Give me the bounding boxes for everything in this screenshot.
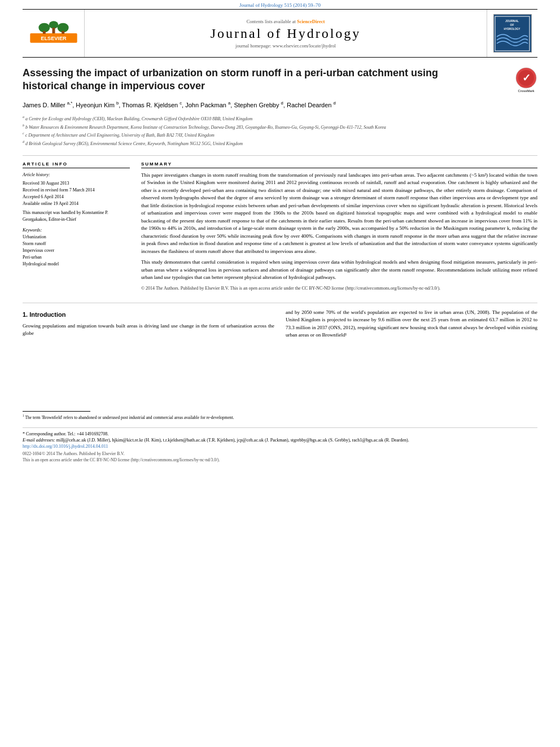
- paper-title: Assessing the impact of urbanization on …: [23, 67, 509, 93]
- email-addresses: E-mail addresses: millj@ceh.ac.uk (J.D. …: [23, 438, 537, 443]
- journal-homepage: journal homepage: www.elsevier.com/locat…: [235, 43, 336, 49]
- affil-a: a a Centre for Ecology and Hydrology (CE…: [23, 115, 537, 123]
- handled-by: This manuscript was handled by Konstanti…: [23, 209, 130, 223]
- introduction-left: 1. Introduction Growing populations and …: [23, 309, 274, 421]
- sciencedirect-label: Contents lists available at ScienceDirec…: [247, 19, 325, 24]
- keyword-2: Storm runoff: [23, 241, 130, 247]
- introduction-right-text: and by 2050 some 70% of the world's popu…: [286, 309, 537, 339]
- doi-link[interactable]: http://dx.doi.org/10.1016/j.jhydrol.2014…: [23, 444, 537, 449]
- svg-text:HYDROLOGY: HYDROLOGY: [504, 28, 520, 30]
- article-history: Article history: Received 30 August 2013…: [23, 172, 130, 223]
- article-info-header: ARTICLE INFO: [23, 161, 130, 168]
- email-label: E-mail addresses:: [23, 438, 55, 443]
- journal-title: Journal of Hydrology: [211, 26, 361, 41]
- article-summary-section: ARTICLE INFO Article history: Received 3…: [23, 161, 537, 295]
- affil-c: c c Department of Architecture and Civil…: [23, 131, 537, 139]
- bottom-bar: * Corresponding author. Tel.: +44 149169…: [23, 427, 537, 464]
- elsevier-logo-icon: ELSEVIER: [28, 19, 79, 47]
- hydrology-logo-container: JOURNAL OF HYDROLOGY: [487, 10, 537, 57]
- svg-text:✓: ✓: [522, 72, 531, 84]
- corresponding-author: * Corresponding author. Tel.: +44 149169…: [23, 431, 537, 436]
- journal-header-center: Contents lists available at ScienceDirec…: [85, 10, 487, 57]
- footnote-text-content: The term 'Brownfield' refers to abandone…: [25, 414, 234, 420]
- page: Journal of Hydrology 515 (2014) 59–70 EL…: [0, 0, 560, 747]
- copyright-text: © 2014 The Authors. Published by Elsevie…: [141, 285, 537, 291]
- journal-citation-text: Journal of Hydrology 515 (2014) 59–70: [239, 2, 321, 8]
- keywords-section: Keywords: Urbanization Storm runoff Impe…: [23, 228, 130, 268]
- journal-header: ELSEVIER Contents lists available at Sci…: [23, 9, 537, 58]
- revised-date: Received in revised form 7 March 2014: [23, 187, 130, 194]
- history-label: Article history:: [23, 172, 130, 178]
- keywords-label: Keywords:: [23, 228, 130, 233]
- journal-citation-bar: Journal of Hydrology 515 (2014) 59–70: [0, 0, 560, 9]
- svg-text:ELSEVIER: ELSEVIER: [41, 36, 67, 41]
- issn-line: 0022-1694/© 2014 The Authors. Published …: [23, 451, 537, 457]
- svg-rect-6: [52, 28, 55, 33]
- main-content: Assessing the impact of urbanization on …: [0, 58, 560, 469]
- accepted-date: Accepted 6 April 2014: [23, 194, 130, 200]
- received-date: Received 30 August 2013: [23, 180, 130, 187]
- elsevier-logo-container: ELSEVIER: [23, 10, 85, 57]
- crossmark-icon[interactable]: ✓ CrossMark CrossMark: [515, 67, 537, 89]
- summary-body: This paper investigates changes in storm…: [141, 172, 537, 291]
- svg-text:CrossMark: CrossMark: [520, 85, 531, 88]
- introduction-section: 1. Introduction Growing populations and …: [23, 309, 537, 421]
- keyword-3: Impervious cover: [23, 247, 130, 254]
- svg-text:OF: OF: [510, 23, 514, 27]
- affil-d: d d British Geological Survey (BGS), Env…: [23, 139, 537, 147]
- available-date: Available online 19 April 2014: [23, 200, 130, 207]
- email-list: millj@ceh.ac.uk (J.D. Miller), hjkim@kic…: [56, 438, 409, 443]
- footnote-divider: [23, 411, 90, 412]
- hydrology-logo-box: JOURNAL OF HYDROLOGY: [493, 14, 532, 53]
- keyword-5: Hydrological model: [23, 261, 130, 268]
- sciencedirect-link[interactable]: ScienceDirect: [297, 19, 325, 24]
- footnote-number: 1: [23, 414, 24, 417]
- intro-para-1: Growing populations and migration toward…: [23, 322, 274, 338]
- divider-2: [23, 303, 537, 303]
- keyword-1: Urbanization: [23, 234, 130, 241]
- article-info-column: ARTICLE INFO Article history: Received 3…: [23, 161, 130, 295]
- divider-1: [23, 155, 537, 156]
- introduction-left-text: Growing populations and migration toward…: [23, 322, 274, 338]
- hydrology-journal-icon: JOURNAL OF HYDROLOGY: [494, 15, 531, 52]
- summary-paragraph-2: This study demonstrates that careful con…: [141, 259, 537, 282]
- footnote: 1 The term 'Brownfield' refers to abando…: [23, 414, 274, 421]
- introduction-title: 1. Introduction: [23, 311, 274, 318]
- svg-rect-7: [62, 31, 64, 34]
- svg-text:JOURNAL: JOURNAL: [505, 19, 519, 23]
- bottom-copyright: 0022-1694/© 2014 The Authors. Published …: [23, 451, 537, 464]
- footnote-area: 1 The term 'Brownfield' refers to abando…: [23, 411, 274, 421]
- intro-para-2: and by 2050 some 70% of the world's popu…: [286, 309, 537, 339]
- introduction-right: and by 2050 some 70% of the world's popu…: [286, 309, 537, 421]
- affiliations: a a Centre for Ecology and Hydrology (CE…: [23, 115, 537, 147]
- affil-b: b b Water Resources & Environment Resear…: [23, 123, 537, 131]
- open-access-line: This is an open access article under the…: [23, 457, 537, 463]
- svg-point-3: [49, 21, 58, 28]
- svg-rect-5: [42, 31, 45, 34]
- summary-column: SUMMARY This paper investigates changes …: [141, 161, 537, 295]
- authors-line: James D. Miller a,*, Hyeonjun Kim b, Tho…: [23, 100, 537, 110]
- summary-header: SUMMARY: [141, 161, 537, 168]
- summary-paragraph-1: This paper investigates changes in storm…: [141, 172, 537, 256]
- keyword-4: Peri-urban: [23, 254, 130, 261]
